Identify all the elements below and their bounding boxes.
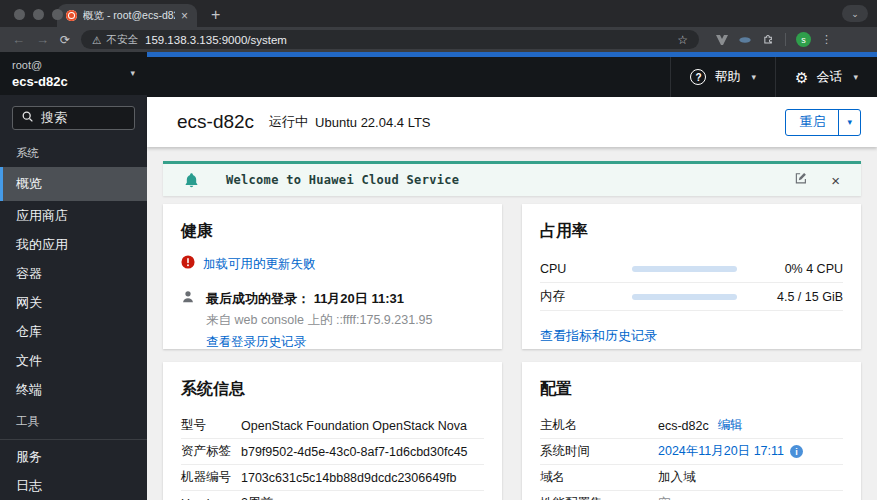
toolbar-chevron-button[interactable]: ⌄ [842, 5, 868, 22]
menu-kebab-icon[interactable]: ⋮ [821, 33, 832, 46]
join-domain-value[interactable]: 加入域 [658, 469, 696, 486]
warning-icon: ⚠ [92, 34, 101, 46]
sidebar-item-gateway[interactable]: 网关 [0, 288, 147, 317]
url-text[interactable]: 159.138.3.135:9000/system [145, 34, 287, 46]
gear-icon: ⚙ [795, 70, 808, 85]
last-login-detail: 来自 web console 上的 ::ffff:175.9.231.95 [206, 312, 433, 329]
motd-banner: Welcome to Huawei Cloud Service × [163, 161, 861, 196]
restart-chevron-down-icon[interactable]: ▾ [839, 110, 860, 135]
system-info-title: 系统信息 [181, 379, 484, 400]
help-chevron-down-icon: ▾ [751, 72, 756, 82]
host-name: ecs-d82c [12, 73, 135, 90]
host-os: Ubuntu 22.04.4 LTS [315, 115, 430, 130]
restart-split-button: 重启 ▾ [785, 109, 861, 136]
host-status: 运行中 [269, 113, 308, 131]
table-row: 机器编号 1703c631c5c14bb88d9dcdc2306649fb [181, 465, 484, 491]
update-error-row: 加载可用的更新失败 [181, 255, 484, 273]
system-time-row: 系统时间 2024年11月20日 17:11 i [540, 439, 843, 465]
table-row: 资产标签 b79f9502-4d5e-43c0-8af7-1d6cbd30fc4… [181, 439, 484, 465]
info-icon[interactable]: i [790, 445, 803, 458]
memory-usage-row: 内存 4.5 / 15 GiB [540, 283, 843, 311]
sidebar-item-terminal[interactable]: 终端 [0, 375, 147, 404]
help-menu[interactable]: ? 帮助 ▾ [670, 57, 775, 97]
sidebar-search[interactable] [12, 106, 135, 130]
sidebar-item-services[interactable]: 服务 [0, 442, 147, 471]
memory-label: 内存 [540, 288, 632, 305]
configuration-card: 配置 主机名 ecs-d82c 编辑 系统时间 2024年11月20日 17:1… [522, 362, 861, 500]
address-bar[interactable]: ⚠ 不安全 159.138.3.135:9000/system ☆ [81, 30, 699, 49]
tab-strip: 概览 - root@ecs-d82c × + ⌄ [0, 0, 877, 27]
host-switcher[interactable]: root@ ecs-d82c ▾ [0, 52, 147, 95]
memory-progress-bar [632, 294, 737, 300]
sidebar-item-files[interactable]: 文件 [0, 346, 147, 375]
cockpit-app: root@ ecs-d82c ▾ 系统 概览 应用商店 我的应用 容器 网关 仓… [0, 52, 877, 500]
window-close-button[interactable] [14, 9, 25, 20]
sidebar-item-containers[interactable]: 容器 [0, 259, 147, 288]
window-minimize-button[interactable] [33, 9, 44, 20]
search-input[interactable] [41, 110, 126, 125]
cpu-label: CPU [540, 262, 632, 276]
health-card: 健康 加载可用的更新失败 最后成功的登录： [163, 204, 502, 349]
system-time-link[interactable]: 2024年11月20日 17:11 [658, 443, 784, 460]
sidebar-item-logs[interactable]: 日志 [0, 471, 147, 500]
system-info-card: 系统信息 型号 OpenStack Foundation OpenStack N… [163, 362, 502, 500]
page-title: ecs-d82c [177, 111, 254, 133]
extension-area: s ⋮ [716, 31, 832, 49]
cards-grid: 健康 加载可用的更新失败 最后成功的登录： [163, 204, 861, 500]
person-icon [181, 290, 195, 351]
bookmark-star-icon[interactable]: ☆ [677, 33, 688, 47]
reload-button[interactable]: ⟳ [60, 34, 70, 46]
browser-chrome: 概览 - root@ecs-d82c × + ⌄ ← → ⟳ ⚠ 不安全 159… [0, 0, 877, 52]
update-error-link[interactable]: 加载可用的更新失败 [203, 256, 316, 273]
banner-actions: × [794, 171, 840, 189]
sidebar-item-app-store[interactable]: 应用商店 [0, 201, 147, 230]
window-zoom-button[interactable] [52, 9, 63, 20]
host-chevron-down-icon: ▾ [130, 68, 135, 78]
configuration-title: 配置 [540, 379, 843, 400]
not-secure-badge[interactable]: ⚠ 不安全 [92, 33, 138, 47]
new-tab-button[interactable]: + [211, 7, 220, 23]
cpu-value: 0% 4 CPU [785, 262, 843, 276]
last-login-row: 最后成功的登录： 11月20日 11:31 来自 web console 上的 … [181, 290, 484, 351]
sidebar-item-my-apps[interactable]: 我的应用 [0, 230, 147, 259]
restart-button[interactable]: 重启 [786, 110, 839, 135]
edit-icon[interactable] [794, 171, 808, 189]
hostname-row: 主机名 ecs-d82c 编辑 [540, 413, 843, 439]
table-row: 型号 OpenStack Foundation OpenStack Nova [181, 413, 484, 439]
cpu-progress-bar [632, 266, 737, 272]
host-user: root@ [12, 58, 135, 73]
session-label: 会话 [816, 68, 842, 86]
error-exclamation-icon [181, 255, 195, 273]
banner-close-icon[interactable]: × [831, 173, 840, 188]
page-header: ecs-d82c 运行中 Ubuntu 22.04.4 LTS 重启 ▾ [147, 97, 877, 147]
browser-toolbar: ← → ⟳ ⚠ 不安全 159.138.3.135:9000/system ☆ … [0, 27, 877, 52]
session-chevron-down-icon: ▾ [853, 72, 858, 82]
tab-close-icon[interactable]: × [181, 10, 188, 22]
v-extension-icon[interactable] [716, 31, 728, 49]
sidebar: root@ ecs-d82c ▾ 系统 概览 应用商店 我的应用 容器 网关 仓… [0, 52, 147, 500]
extensions-puzzle-icon[interactable] [762, 31, 775, 49]
forward-button[interactable]: → [36, 33, 49, 46]
bell-icon [184, 173, 199, 188]
sidebar-item-repository[interactable]: 仓库 [0, 317, 147, 346]
search-icon [21, 109, 34, 127]
usage-card: 占用率 CPU 0% 4 CPU 内存 4.5 / 15 GiB 查看指标和历史… [522, 204, 861, 349]
help-question-icon: ? [690, 69, 706, 85]
sidebar-item-overview[interactable]: 概览 [0, 167, 147, 201]
banner-message: Welcome to Huawei Cloud Service [226, 173, 459, 187]
cpu-usage-row: CPU 0% 4 CPU [540, 255, 843, 283]
nav-divider [0, 439, 147, 440]
metrics-history-link[interactable]: 查看指标和历史记录 [540, 327, 657, 345]
lens-extension-icon[interactable] [738, 31, 752, 49]
tab-favicon-icon [66, 10, 77, 21]
profile-avatar[interactable]: s [796, 32, 811, 47]
login-history-link[interactable]: 查看登录历史记录 [206, 334, 306, 351]
browser-tab[interactable]: 概览 - root@ecs-d82c × [57, 4, 197, 27]
nav-section-tools: 工具 [0, 404, 147, 435]
back-button[interactable]: ← [12, 33, 25, 46]
masthead: ? 帮助 ▾ ⚙ 会话 ▾ [147, 57, 877, 97]
last-login-text: 最后成功的登录： 11月20日 11:31 [206, 290, 433, 308]
hostname-edit-link[interactable]: 编辑 [718, 417, 743, 434]
session-menu[interactable]: ⚙ 会话 ▾ [775, 57, 877, 97]
window-controls[interactable] [14, 9, 63, 20]
